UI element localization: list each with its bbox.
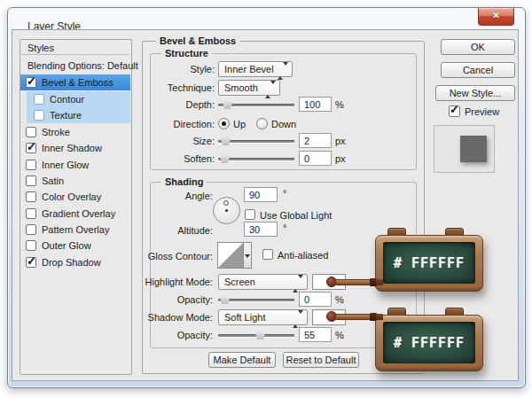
highlight-mode-value: Screen bbox=[224, 277, 255, 287]
sidebar-item-label: Texture bbox=[50, 110, 82, 121]
sidebar-item-gradient-overlay[interactable]: Gradient Overlay bbox=[20, 206, 130, 222]
checkbox-unchecked[interactable] bbox=[26, 160, 36, 170]
soften-input[interactable]: 0 bbox=[299, 151, 332, 166]
checkbox-unchecked[interactable] bbox=[26, 208, 36, 219]
sidebar-item-label: Inner Shadow bbox=[42, 143, 102, 153]
use-global-light-checkbox[interactable] bbox=[245, 209, 255, 220]
sidebar-item-outer-glow[interactable]: Outer Glow bbox=[20, 238, 130, 254]
highlight-opacity-input[interactable]: 0 bbox=[299, 292, 332, 307]
sidebar-item-color-overlay[interactable]: Color Overlay bbox=[20, 189, 130, 205]
direction-down-radio[interactable] bbox=[256, 118, 268, 129]
stick-shaft-icon bbox=[335, 279, 371, 285]
angle-indicator-icon bbox=[223, 200, 229, 206]
sidebar-item-label: Contour bbox=[50, 94, 84, 105]
styles-header-divider bbox=[20, 54, 129, 55]
sidebar-item-satin[interactable]: Satin bbox=[20, 173, 130, 189]
depth-input[interactable]: 100 bbox=[299, 97, 332, 112]
anti-aliased-label: Anti-aliased bbox=[278, 250, 328, 261]
shadow-opacity-input[interactable]: 55 bbox=[299, 327, 332, 342]
style-select[interactable]: Inner Bevel bbox=[218, 61, 293, 77]
sidebar-item-inner-glow[interactable]: Inner Glow bbox=[20, 157, 130, 173]
shadow-opacity-slider[interactable] bbox=[218, 334, 294, 337]
sidebar-item-label: Color Overlay bbox=[42, 191, 101, 202]
checkbox-checked[interactable] bbox=[26, 143, 36, 153]
ok-button[interactable]: OK bbox=[441, 39, 515, 55]
highlight-opacity-slider[interactable] bbox=[218, 299, 294, 301]
soften-slider[interactable] bbox=[218, 158, 294, 160]
soften-label: Soften: bbox=[133, 153, 215, 164]
stepper-icon bbox=[293, 314, 303, 324]
sidebar-item-label: Drop Shadow bbox=[42, 257, 101, 268]
checkbox-unchecked[interactable] bbox=[26, 127, 36, 137]
make-default-button[interactable]: Make Default bbox=[208, 352, 276, 368]
direction-up-radio[interactable] bbox=[218, 118, 230, 129]
sidebar-item-contour[interactable]: Contour bbox=[27, 91, 130, 107]
shadow-hex-callout: # FFFFFF bbox=[375, 308, 483, 372]
shadow-opacity-unit: % bbox=[335, 330, 344, 340]
anti-aliased-checkbox[interactable] bbox=[262, 249, 273, 260]
direction-label: Direction: bbox=[133, 119, 215, 129]
reset-to-default-button[interactable]: Reset to Default bbox=[283, 352, 359, 368]
styles-header: Styles bbox=[27, 43, 54, 53]
altitude-label: Altitude: bbox=[131, 225, 213, 236]
sidebar-item-label: Inner Glow bbox=[42, 160, 89, 170]
sidebar-item-label: Blending Options: Default bbox=[27, 60, 138, 71]
use-global-light-label: Use Global Light bbox=[260, 210, 332, 221]
sidebar-item-drop-shadow[interactable]: Drop Shadow bbox=[20, 254, 130, 270]
sidebar-item-stroke[interactable]: Stroke bbox=[20, 124, 130, 140]
direction-down-label: Down bbox=[271, 119, 296, 129]
cancel-button[interactable]: Cancel bbox=[441, 62, 515, 78]
preview-checkbox[interactable] bbox=[449, 105, 460, 117]
stick-shaft-icon bbox=[335, 314, 371, 320]
checkbox-unchecked[interactable] bbox=[34, 94, 44, 105]
shadow-mode-select[interactable]: Soft Light bbox=[218, 309, 308, 325]
sidebar-item-blending-options[interactable]: Blending Options: Default bbox=[20, 58, 130, 74]
size-input[interactable]: 2 bbox=[299, 133, 332, 148]
shading-title: Shading bbox=[161, 176, 207, 187]
highlight-mode-label: Highlight Mode: bbox=[131, 277, 213, 287]
close-button[interactable]: ✕ bbox=[478, 8, 514, 26]
panel-title: Bevel & Emboss bbox=[156, 35, 239, 46]
checkbox-checked[interactable] bbox=[26, 257, 36, 268]
sidebar-item-texture[interactable]: Texture bbox=[27, 107, 130, 123]
technique-select-value: Smooth bbox=[224, 82, 258, 93]
pointer-stick-shadow bbox=[326, 311, 383, 323]
gloss-contour-picker[interactable] bbox=[217, 242, 244, 269]
structure-title: Structure bbox=[161, 48, 212, 59]
size-unit: px bbox=[335, 136, 346, 146]
highlight-hex-callout: # FFFFFF bbox=[375, 228, 483, 293]
highlight-mode-select[interactable]: Screen bbox=[218, 274, 308, 290]
checkbox-unchecked[interactable] bbox=[34, 110, 44, 121]
checkbox-unchecked[interactable] bbox=[26, 224, 36, 235]
angle-dial[interactable] bbox=[213, 197, 240, 224]
preview-label: Preview bbox=[465, 106, 499, 117]
angle-input[interactable]: 90 bbox=[244, 187, 278, 202]
technique-select[interactable]: Smooth bbox=[218, 80, 280, 96]
checkbox-unchecked[interactable] bbox=[26, 240, 36, 251]
altitude-unit: ° bbox=[283, 222, 286, 233]
dropdown-arrow-icon[interactable] bbox=[243, 242, 252, 269]
technique-label: Technique: bbox=[133, 82, 215, 93]
sidebar-item-label: Stroke bbox=[42, 127, 70, 137]
depth-slider[interactable] bbox=[218, 104, 294, 106]
stepper-icon bbox=[278, 66, 288, 76]
size-slider[interactable] bbox=[218, 140, 294, 143]
shadow-mode-value: Soft Light bbox=[224, 312, 265, 323]
sidebar-item-label: Gradient Overlay bbox=[42, 208, 115, 219]
altitude-input[interactable]: 30 bbox=[244, 222, 278, 237]
angle-unit: ° bbox=[283, 188, 286, 199]
sidebar-item-bevel-emboss[interactable]: Bevel & Emboss bbox=[20, 74, 130, 90]
preview-layer-square bbox=[460, 136, 487, 162]
sidebar-item-pattern-overlay[interactable]: Pattern Overlay bbox=[20, 222, 130, 238]
checkbox-unchecked[interactable] bbox=[26, 191, 36, 202]
checkbox-unchecked[interactable] bbox=[26, 176, 36, 186]
depth-label: Depth: bbox=[133, 99, 215, 110]
gloss-contour-label: Gloss Contour: bbox=[131, 251, 213, 261]
stepper-icon bbox=[265, 84, 276, 95]
direction-up-label: Up bbox=[233, 119, 246, 129]
sidebar-item-inner-shadow[interactable]: Inner Shadow bbox=[20, 140, 130, 156]
checkbox-checked[interactable] bbox=[26, 77, 36, 88]
new-style-button[interactable]: New Style... bbox=[435, 85, 515, 101]
angle-center-dot-icon bbox=[225, 209, 228, 212]
highlight-hex-value: # FFFFFF bbox=[394, 255, 465, 271]
